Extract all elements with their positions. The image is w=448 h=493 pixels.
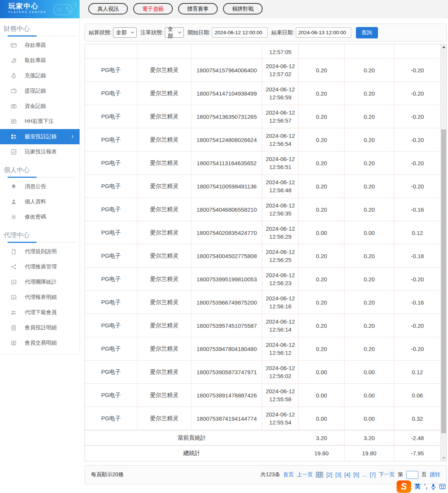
sidebar-item-announcements[interactable]: 消息公告 › xyxy=(0,179,80,194)
sidebar-item-label: 會員交易明細 xyxy=(25,340,57,346)
bet-time-cell: 2024-06-12 12:56:23 xyxy=(262,268,299,290)
sidebar-item-member-transaction-detail[interactable]: 會員交易明細 › xyxy=(0,335,80,351)
ime-punctuation-toggle[interactable]: ’, xyxy=(424,483,427,490)
person-icon xyxy=(11,199,17,205)
sidebar-item-agent-rules[interactable]: 代理規則說明 › xyxy=(0,244,80,259)
game-cell: 爱尔兰精灵 xyxy=(137,198,191,221)
table-row: PG电子 爱尔兰精灵 1800754004502775808 2024-06-1… xyxy=(85,244,441,268)
next-page-link[interactable]: 下一页 xyxy=(379,471,395,478)
game-cell: 爱尔兰精灵 xyxy=(137,128,191,151)
tab-electronic-games[interactable]: 電子遊藝 xyxy=(133,3,173,14)
scroll-up-arrow[interactable] xyxy=(441,44,446,50)
sidebar-item-agent-promotion[interactable]: 代理推廣管理 › xyxy=(0,259,80,274)
sidebar-item-member-bet-detail[interactable]: 會員投註明細 › xyxy=(0,320,80,335)
valid-amount-cell: 0.20 xyxy=(344,291,394,314)
bet-number-cell: 1800753995199810053 xyxy=(191,268,262,290)
tab-board-card-games[interactable]: 棋牌對戰 xyxy=(223,3,263,14)
jump-button[interactable]: 跳转 xyxy=(430,471,440,478)
sidebar-item-agent-team-stats[interactable]: 代理團隊統計 › xyxy=(0,274,80,290)
withdraw-icon xyxy=(11,57,17,64)
page-number-link[interactable]: [5] xyxy=(353,472,359,478)
microphone-icon[interactable] xyxy=(431,483,436,490)
bet-time-cell: 2024-06-12 12:56:57 xyxy=(262,105,299,128)
ime-toolbar: S 英 ’, xyxy=(397,480,446,493)
valid-amount-cell: 0.20 xyxy=(344,337,394,360)
game-cell: 爱尔兰精灵 xyxy=(137,314,191,337)
start-date-input[interactable] xyxy=(212,27,268,38)
order-status-select[interactable]: 全部 xyxy=(165,27,184,38)
page-number-link[interactable]: [1] xyxy=(316,472,324,478)
sidebar-item-change-password[interactable]: 修改密碼 › xyxy=(0,209,80,225)
sidebar-item-withdraw-zone[interactable]: 取款專區 › xyxy=(0,53,80,68)
bet-amount-cell: 0.20 xyxy=(299,152,344,174)
ime-language-toggle[interactable]: 英 xyxy=(415,483,421,491)
net-amount-cell: 0.06 xyxy=(394,384,441,407)
bet-time-cell: 2024-06-12 12:56:35 xyxy=(262,198,299,221)
page-number-link[interactable]: [2] xyxy=(326,472,332,478)
table-row: PG电子 爱尔兰精灵 1800754147104938499 2024-06-1… xyxy=(85,82,441,105)
page-number-link[interactable]: [4] xyxy=(344,472,351,478)
sidebar-item-player-bet-report[interactable]: 玩家投注報表 › xyxy=(0,144,80,160)
game-cell: 爱尔兰精灵 xyxy=(137,175,191,198)
keyboard-icon[interactable] xyxy=(439,484,446,489)
ime-logo-icon[interactable]: S xyxy=(397,480,411,493)
page-number-link[interactable]: ... xyxy=(362,472,367,478)
sidebar-item-hh-lottery-bets[interactable]: HH彩票下注 › xyxy=(0,114,80,129)
net-amount-cell: -0.20 xyxy=(394,82,441,105)
valid-amount-cell: 0.00 xyxy=(344,384,394,407)
table-row: PG电子 爱尔兰精灵 1800754157964006400 2024-06-1… xyxy=(85,59,441,82)
sidebar-item-agent-sub-members[interactable]: 代理下級會員 › xyxy=(0,305,80,320)
valid-amount-cell: 0.20 xyxy=(344,314,394,337)
bet-time-cell: 2024-06-12 12:56:12 xyxy=(262,337,299,360)
table-row: PG电子 爱尔兰精灵 1800753905873747971 2024-06-1… xyxy=(85,361,441,384)
settle-status-select[interactable]: 全部 xyxy=(113,27,137,38)
valid-amount-cell: 0.00 xyxy=(344,221,394,244)
end-date-input[interactable] xyxy=(296,27,351,38)
sidebar-item-label: 修改密碼 xyxy=(25,214,46,220)
query-button[interactable]: 查詢 xyxy=(356,27,378,38)
jump-page-input[interactable] xyxy=(406,471,418,479)
valid-amount-cell: 0.20 xyxy=(344,82,394,105)
scroll-down-arrow[interactable] xyxy=(441,455,446,461)
bet-time-cell: 2024-06-12 12:56:29 xyxy=(262,221,299,244)
tab-live-casino[interactable]: 真人視訊 xyxy=(88,3,128,14)
sidebar: 玩家中心 PLAYERS CENTER 財務中心 存款專區 › 取款專區 › xyxy=(0,0,80,354)
bet-time-cell: 2024-06-12 12:55:54 xyxy=(262,407,299,430)
page-number-link[interactable]: [3] xyxy=(335,472,341,478)
sidebar-item-label: 存款專區 xyxy=(25,42,46,49)
sidebar-item-agent-report-detail[interactable]: 代理報表明細 › xyxy=(0,290,80,305)
sidebar-item-funds-records[interactable]: 資金記錄 › xyxy=(0,99,80,114)
bet-number-cell: 1800754046806558210 xyxy=(191,198,262,221)
bet-amount-cell: 0.20 xyxy=(299,244,344,267)
bet-amount-cell: 0.20 xyxy=(299,291,344,314)
sidebar-item-label: 提現記錄 xyxy=(25,88,46,94)
net-amount-cell: -0.16 xyxy=(394,291,441,314)
platform-cell: PG电子 xyxy=(85,291,137,314)
bet-time-cell: 2024-06-12 12:56:14 xyxy=(262,314,299,337)
vertical-scrollbar[interactable] xyxy=(441,44,446,461)
game-cell: 爱尔兰精灵 xyxy=(137,244,191,267)
sidebar-item-personal-profile[interactable]: 個人資料 › xyxy=(0,194,80,209)
page-summary-label: 當前頁統計 xyxy=(85,431,299,445)
sidebar-item-recharge-records[interactable]: 充值記錄 › xyxy=(0,68,80,83)
first-page-link[interactable]: 首页 xyxy=(283,471,294,478)
platform-cell: PG电子 xyxy=(85,82,137,105)
sidebar-item-room-bet-records[interactable]: 廳室投註記錄 › xyxy=(0,129,80,144)
platform-cell: PG电子 xyxy=(85,221,137,244)
valid-amount-cell: 0.20 xyxy=(344,59,394,81)
game-cell: 爱尔兰精灵 xyxy=(137,268,191,290)
prev-page-link[interactable]: 上一页 xyxy=(297,471,313,478)
bet-number-cell: 1800754136350731265 xyxy=(191,105,262,128)
tab-sports-events[interactable]: 體育賽事 xyxy=(178,3,218,14)
total-summary-valid: 19.80 xyxy=(344,446,394,461)
scrollbar-thumb[interactable] xyxy=(441,129,446,433)
bell-icon xyxy=(11,183,17,190)
sidebar-item-deposit-zone[interactable]: 存款專區 › xyxy=(0,38,80,53)
platform-cell: PG电子 xyxy=(85,175,137,198)
page-number-link[interactable]: [7] xyxy=(370,472,376,478)
net-amount-cell: 0.12 xyxy=(394,221,441,244)
app-logo: 玩家中心 PLAYERS CENTER xyxy=(0,0,80,18)
bet-amount-cell: 0.20 xyxy=(299,59,344,81)
sidebar-item-withdrawal-records[interactable]: 提現記錄 › xyxy=(0,83,80,99)
bet-time-cell: 2024-06-12 12:55:58 xyxy=(262,384,299,407)
